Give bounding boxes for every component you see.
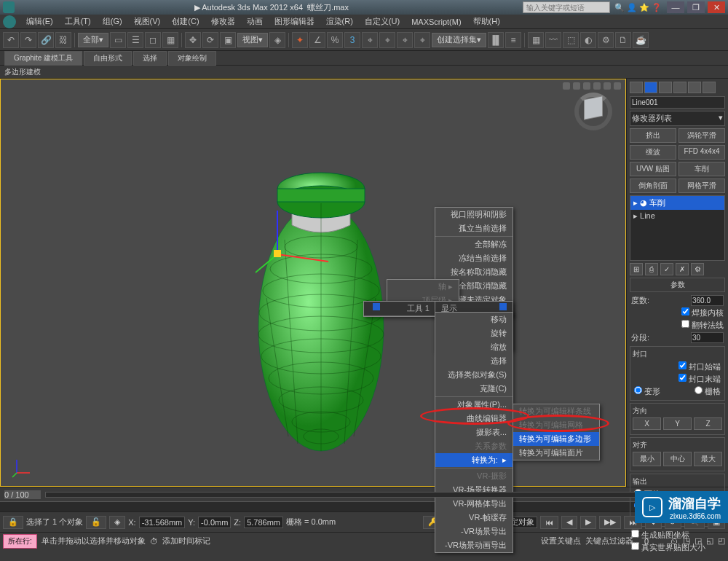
tab-selection[interactable]: 选择 bbox=[133, 51, 167, 66]
help-search-input[interactable] bbox=[523, 1, 610, 13]
coord-y-field[interactable]: -0.0mm bbox=[198, 517, 231, 528]
ctx-item[interactable]: 全部解冻 bbox=[435, 238, 513, 251]
help-icons[interactable]: 🔍 👤 ⭐ ❓ bbox=[614, 3, 662, 12]
stack-item-line[interactable]: ▸ Line bbox=[630, 210, 724, 222]
current-frame-field[interactable]: 0 bbox=[644, 537, 666, 546]
align-min-button[interactable]: 最小 bbox=[633, 452, 661, 466]
cap-end-checkbox[interactable] bbox=[678, 374, 687, 382]
ctx-vr-scene-export[interactable]: -VR场景导出 bbox=[435, 525, 513, 538]
material-editor-button[interactable]: ◐ bbox=[580, 32, 596, 48]
scale-button[interactable]: ▣ bbox=[220, 32, 236, 48]
nav-icon[interactable]: ◲ bbox=[695, 536, 702, 546]
mod-btn-lathe[interactable]: 车削 bbox=[678, 162, 725, 176]
ctx-obj-props[interactable]: 对象属性(P)... bbox=[435, 398, 513, 412]
render-setup-button[interactable]: ⚙ bbox=[598, 32, 614, 48]
mod-btn-bevel[interactable]: 倒角剖面 bbox=[630, 178, 676, 193]
weld-core-checkbox[interactable] bbox=[681, 307, 689, 315]
redo-button[interactable]: ↷ bbox=[20, 32, 36, 48]
cap-start-checkbox[interactable] bbox=[678, 361, 687, 369]
menu-tools[interactable]: 工具(T) bbox=[59, 15, 97, 28]
menu-view[interactable]: 视图(V) bbox=[128, 15, 167, 28]
degrees-input[interactable] bbox=[691, 295, 724, 306]
add-time-tag-button[interactable]: 添加时间标记 bbox=[162, 536, 210, 546]
ctx-dope-sheet[interactable]: 摄影表... bbox=[435, 425, 513, 439]
ctx-select-similar[interactable]: 选择类似对象(S) bbox=[435, 368, 513, 382]
menu-rendering[interactable]: 渲染(R) bbox=[320, 15, 359, 28]
maxscript-listener-button[interactable]: 所在行: bbox=[3, 534, 37, 549]
tab-object-paint[interactable]: 对象绘制 bbox=[168, 51, 216, 66]
menu-modifiers[interactable]: 修改器 bbox=[205, 15, 241, 28]
close-button[interactable]: ✕ bbox=[708, 1, 725, 13]
selection-filter-combo[interactable]: 全部 ▾ bbox=[78, 33, 108, 47]
pivot-button[interactable]: ◈ bbox=[269, 32, 285, 48]
minimize-button[interactable]: — bbox=[667, 1, 684, 13]
link-button[interactable]: 🔗 bbox=[38, 32, 54, 48]
cap-grid-radio[interactable] bbox=[695, 386, 703, 394]
rollout-parameters[interactable]: 参数 bbox=[630, 278, 725, 292]
ctx-to-patch[interactable]: 转换为可编辑面片 bbox=[513, 446, 599, 460]
ctx-curve-editor[interactable]: 曲线编辑器 bbox=[435, 412, 513, 425]
stack-tool-icon[interactable]: ⊞ bbox=[630, 263, 643, 275]
schematic-button[interactable]: ⬚ bbox=[563, 32, 579, 48]
undo-button[interactable]: ↶ bbox=[3, 32, 19, 48]
stack-tool-icon[interactable]: ✓ bbox=[660, 263, 673, 275]
ctx-to-spline[interactable]: 转换为可编辑样条线 bbox=[513, 404, 599, 418]
isolate-icon[interactable]: ◈ bbox=[109, 516, 125, 529]
dir-x-button[interactable]: X bbox=[633, 417, 661, 430]
snap-button[interactable]: ⌖ bbox=[379, 32, 395, 48]
window-crossing-button[interactable]: ▦ bbox=[162, 32, 178, 48]
ctx-item[interactable]: 孤立当前选择 bbox=[435, 221, 513, 235]
viewport[interactable]: 视口照明和阴影 孤立当前选择 全部解冻 冻结当前选择 按名称取消隐藏 全部取消隐… bbox=[0, 79, 626, 487]
mod-btn-uvw[interactable]: UVW 贴图 bbox=[630, 162, 676, 176]
viewcube[interactable] bbox=[574, 93, 612, 130]
menu-customize[interactable]: 自定义(U) bbox=[359, 15, 405, 28]
flip-normals-checkbox[interactable] bbox=[681, 320, 689, 328]
nav-icon[interactable]: ◰ bbox=[718, 536, 725, 546]
ctx-rotate[interactable]: 旋转 bbox=[435, 326, 513, 340]
ref-coord-combo[interactable]: 视图 ▾ bbox=[237, 33, 268, 47]
playback-prev-icon[interactable]: ⏮ bbox=[540, 516, 558, 529]
key-filters-button[interactable]: 关键点过滤器... bbox=[585, 536, 640, 546]
cap-morph-radio[interactable] bbox=[634, 386, 642, 394]
menu-create[interactable]: 创建(C) bbox=[166, 15, 205, 28]
menu-group[interactable]: 组(G) bbox=[97, 15, 128, 28]
display-tab-icon[interactable] bbox=[688, 82, 701, 93]
nav-icon[interactable]: ◱ bbox=[706, 536, 713, 546]
mod-btn-meshsmooth[interactable]: 网格平滑 bbox=[678, 178, 725, 193]
mod-btn-ffd[interactable]: FFD 4x4x4 bbox=[678, 145, 725, 160]
set-key-button[interactable]: 设置关键点 bbox=[541, 536, 581, 546]
rect-select-icon[interactable]: ◻ bbox=[145, 32, 161, 48]
nav-icon[interactable]: ◳ bbox=[683, 536, 690, 546]
dir-y-button[interactable]: Y bbox=[663, 417, 692, 430]
tab-freeform[interactable]: 自由形式 bbox=[84, 51, 132, 66]
menu-help[interactable]: 帮助(H) bbox=[467, 15, 506, 28]
coord-z-field[interactable]: 5.786mm bbox=[244, 517, 283, 528]
align-button[interactable]: ≡ bbox=[505, 32, 521, 48]
menu-edit[interactable]: 编辑(E) bbox=[20, 15, 59, 28]
ctx-select[interactable]: 选择 bbox=[435, 354, 513, 368]
ctx-vr-framebuf[interactable]: VR-帧缓存 bbox=[435, 511, 513, 525]
select-by-name-button[interactable]: ☰ bbox=[127, 32, 143, 48]
stack-tool-icon[interactable]: ⚙ bbox=[691, 263, 704, 275]
ctx-item[interactable]: 按名称取消隐藏 bbox=[435, 265, 513, 279]
stack-tool-icon[interactable]: ⎙ bbox=[645, 263, 658, 275]
time-config-icon[interactable]: ⏲ bbox=[670, 537, 678, 546]
stack-item-lathe[interactable]: ▸ ◕ 车削 bbox=[630, 196, 724, 210]
lock-icon[interactable]: 🔒 bbox=[3, 516, 23, 529]
spinner-snap-toggle[interactable]: 3 bbox=[344, 32, 360, 48]
window-controls[interactable]: — ❐ ✕ bbox=[666, 1, 725, 13]
coord-x-field[interactable]: -31.568mm bbox=[139, 517, 186, 528]
motion-tab-icon[interactable] bbox=[673, 82, 687, 93]
hierarchy-tab-icon[interactable] bbox=[659, 82, 672, 93]
create-tab-icon[interactable] bbox=[630, 82, 643, 93]
mod-btn-turbosmooth[interactable]: 涡轮平滑 bbox=[678, 128, 725, 143]
angle-snap-toggle[interactable]: ∠ bbox=[309, 32, 325, 48]
named-sel-combo[interactable]: 创建选择集 ▾ bbox=[432, 33, 486, 47]
modifier-list-combo[interactable]: 修改器列表▾ bbox=[630, 111, 725, 126]
utilities-tab-icon[interactable] bbox=[703, 82, 716, 93]
ctx-clone[interactable]: 克隆(C) bbox=[435, 382, 513, 396]
snap-button[interactable]: ⌖ bbox=[362, 32, 378, 48]
ctx-item[interactable]: 冻结当前选择 bbox=[435, 251, 513, 265]
move-button[interactable]: ✥ bbox=[185, 32, 201, 48]
viewport-toolbar-icons[interactable] bbox=[563, 82, 621, 90]
